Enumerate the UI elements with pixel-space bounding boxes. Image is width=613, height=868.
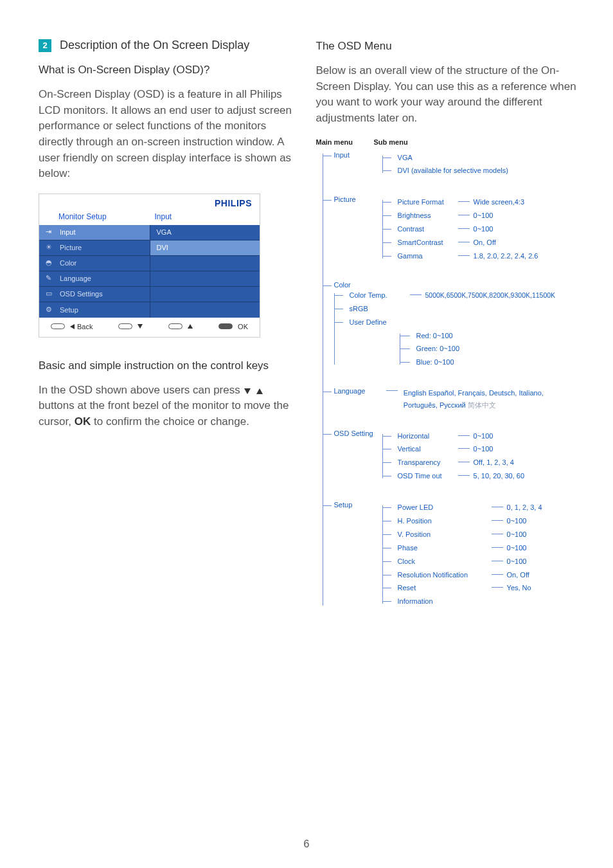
tree-input-label: Input [334, 151, 380, 159]
osd-settings-icon: ▭ [46, 289, 55, 298]
tree-value: 0~100 [474, 445, 493, 453]
osd-menu-heading: The OSD Menu [316, 40, 578, 53]
dash-icon [492, 547, 503, 548]
dash-icon [492, 574, 503, 575]
keys-text-c: to confirm the choice or change. [94, 415, 249, 428]
tree-value: 0~100 [507, 544, 527, 552]
tree-row: Clock0~100 [391, 555, 542, 568]
osd-back-group: Back [51, 323, 93, 330]
sub-spine [382, 434, 383, 479]
tree-sub-label: Resolution Notification [398, 568, 488, 582]
tree-picture-label: Picture [334, 195, 380, 203]
tree-picture-sub: Picture FormatWide screen,4:3 Brightness… [382, 195, 538, 262]
tree-column-headings: Main menu Sub menu [316, 138, 578, 146]
tree-value: 0~100 [507, 530, 527, 538]
tree-row: User Define [343, 316, 556, 329]
dash-icon [492, 534, 503, 534]
dash-icon [410, 294, 422, 295]
tree-value: Off, 1, 2, 3, 4 [474, 458, 514, 466]
language-icon: ✎ [46, 274, 55, 283]
philips-logo: PHILIPS [215, 198, 252, 208]
tree-value-grey: 简体中文 [468, 401, 496, 409]
tree-color-sub: Color Temp.5000K,6500K,7500K,8200K,9300K… [334, 289, 556, 369]
osd-main-menu: ⇥Input ☀Picture ◓Color ✎Language ▭OSD Se… [39, 225, 150, 318]
osd-up-group [168, 323, 193, 329]
osd-menu-setup: ⚙Setup [39, 302, 150, 318]
osd-menu-label: Color [60, 259, 76, 267]
osd-tree: Main menu Sub menu Input VGA DVI (availa… [316, 138, 578, 609]
osd-sub-vga: VGA [150, 225, 260, 240]
dash-icon [492, 587, 503, 588]
tree-row: V. Position0~100 [391, 528, 542, 541]
tree-row: Contrast0~100 [391, 222, 538, 236]
tree-value: Yes, No [507, 584, 531, 592]
osd-screenshot: PHILIPS Monitor Setup Input ⇥Input ☀Pict… [39, 194, 260, 338]
tree-value: Red: 0~100 [416, 332, 453, 339]
what-is-osd-paragraph: On-Screen Display (OSD) is a feature in … [39, 87, 301, 182]
dash-icon [458, 255, 470, 256]
tree-osd-setting: OSD Setting Horizontal0~100 Vertical0~10… [323, 429, 578, 484]
tree-value: Blue: 0~100 [416, 358, 454, 366]
tree-sub-label: Transparency [398, 456, 454, 469]
tree-body: Input VGA DVI (available for selective m… [316, 151, 578, 609]
tree-sub-label: SmartContrast [398, 236, 454, 249]
tree-sub-label: sRGB [350, 302, 406, 316]
osd-bottom-bar: Back OK [39, 318, 260, 337]
osd-menu-label: Language [60, 275, 91, 282]
page-number: 6 [0, 838, 613, 850]
tree-sub-label: DVI (available for selective models) [398, 164, 508, 177]
picture-icon: ☀ [46, 243, 55, 252]
tree-row: Red: 0~100 [410, 329, 556, 343]
setup-icon: ⚙ [46, 305, 55, 314]
tree-heading-sub: Sub menu [374, 138, 408, 146]
dash-icon [458, 242, 470, 242]
tree-sub-label: Reset [398, 581, 488, 595]
dash-icon [458, 448, 470, 449]
osd-down-group [118, 323, 143, 329]
keys-text-a: In the OSD shown above users can press [39, 384, 243, 396]
osd-menu-label: OSD Settings [60, 290, 103, 298]
osd-back-label: Back [77, 323, 93, 330]
tree-sub-label: User Define [350, 316, 406, 329]
tree-row: OSD Time out5, 10, 20, 30, 60 [391, 469, 525, 483]
pill-icon [51, 323, 65, 329]
tree-sub-label: OSD Time out [398, 469, 454, 483]
color-icon: ◓ [46, 258, 55, 267]
tree-row: Information [391, 595, 542, 608]
tree-value: 0~100 [507, 557, 527, 565]
osd-body: ⇥Input ☀Picture ◓Color ✎Language ▭OSD Se… [39, 225, 260, 318]
tree-row: H. Position0~100 [391, 514, 542, 528]
tree-value: Português, Русский [404, 401, 466, 409]
tree-sub-label: Color Temp. [350, 289, 406, 302]
tree-value: 1.8, 2.0, 2.2, 2.4, 2.6 [474, 252, 538, 260]
tree-value: On, Off [507, 571, 529, 579]
tree-row: Phase0~100 [391, 541, 542, 555]
sub-spine [334, 293, 335, 365]
tree-row: DVI (available for selective models) [391, 164, 508, 177]
input-icon: ⇥ [46, 228, 55, 237]
osd-sub-empty [150, 287, 260, 302]
osd-column-headers: Monitor Setup Input [39, 211, 260, 225]
tree-row: SmartContrastOn, Off [391, 236, 538, 249]
down-triangle-icon [244, 388, 251, 394]
tree-input: Input VGA DVI (available for selective m… [323, 151, 578, 178]
tree-color-userdefine: Red: 0~100 Green: 0~100 Blue: 0~100 [400, 329, 556, 370]
dash-icon [386, 390, 398, 391]
up-triangle-icon [256, 388, 263, 394]
osd-topbar: PHILIPS [39, 194, 260, 211]
tree-sub-label: Brightness [398, 209, 454, 222]
tree-sub-label: Gamma [398, 249, 454, 263]
osd-ok-label: OK [238, 323, 248, 330]
osd-menu-label: Picture [60, 244, 82, 251]
osd-menu-input: ⇥Input [39, 225, 150, 240]
osd-header-left: Monitor Setup [39, 212, 150, 221]
tree-row: Brightness0~100 [391, 209, 538, 222]
tree-sub-label: Phase [398, 541, 488, 555]
tree-row: ResetYes, No [391, 581, 542, 595]
tree-language: Language English Español, Français, Deut… [323, 387, 578, 411]
up-arrow-icon [188, 324, 193, 329]
tree-sub-label: Clock [398, 555, 488, 568]
tree-value: English Español, Français, Deutsch, Ital… [404, 389, 544, 397]
osd-menu-picture: ☀Picture [39, 240, 150, 256]
osd-menu-intro: Below is an overall view of the structur… [316, 63, 578, 127]
